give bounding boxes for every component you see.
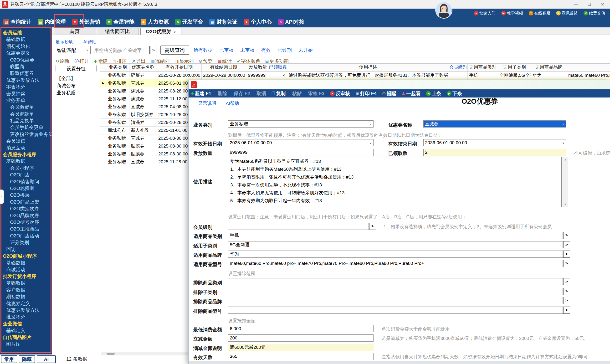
menu-api[interactable]: ✳ API对接 [278, 18, 304, 26]
dlg-btn-copy[interactable]: ❐ 复制 [272, 90, 286, 97]
scroll-up-icon[interactable]: ▲ [562, 158, 568, 161]
coupon-name-select[interactable]: 直减券∨ [423, 120, 566, 128]
tab-common[interactable]: 常用 [1, 355, 17, 363]
column-header[interactable]: 发放数量 [246, 64, 267, 71]
brand-picker-button[interactable]: > [563, 250, 570, 258]
sidebar-item[interactable]: 优惠券定义 [0, 50, 52, 56]
show-help-link[interactable]: 显示说明 [55, 39, 74, 45]
sidebar-item[interactable]: O2O类别次序 [0, 205, 52, 212]
advanced-query-button[interactable]: 高级查询 [160, 46, 189, 55]
sidebar-item[interactable]: 联盟商 [0, 63, 52, 70]
dlg-btn-print[interactable]: ▣ 打印 F4 [355, 90, 377, 97]
match-mode-select[interactable]: 智能匹配∨ [55, 46, 91, 54]
sidebar-item[interactable]: O2O销售顾问 [0, 178, 52, 185]
subcategory-picker-button[interactable]: > [563, 241, 570, 248]
column-header[interactable]: 会员级别 [449, 64, 468, 71]
claimed-input[interactable]: 2 [423, 149, 566, 156]
dlg-btn-view-together[interactable]: ♟ 一起看 [402, 90, 420, 97]
sidebar-item[interactable]: O2O楼层 [0, 192, 52, 198]
dlg-btn-delete[interactable]: 删除 [217, 90, 227, 97]
member-level-input[interactable] [228, 223, 369, 230]
menu-query-stats[interactable]: ▥ 查询统计 [3, 18, 31, 26]
start-date-input[interactable]: 2025-06-01 00:00:00∨ [228, 139, 374, 146]
subcategory-input[interactable]: 5G全网通 [228, 241, 563, 248]
dlg-btn-prev[interactable]: ◀ 上条 [426, 90, 441, 97]
menu-external-marketing[interactable]: ¥ 外部营销 [72, 18, 100, 26]
filter-all-data[interactable]: 所有数据 [194, 47, 213, 53]
tab-ai[interactable]: AI [37, 355, 56, 363]
column-header[interactable]: 适用商品类别 [468, 64, 498, 71]
sidebar-item[interactable]: 基础定义 [0, 327, 52, 334]
sidebar-item[interactable]: 业务开单 [0, 97, 52, 104]
group-mall-publish[interactable]: 商城公布 [56, 82, 98, 89]
search-go-button[interactable]: > [150, 46, 157, 54]
model-picker-button[interactable]: > [563, 260, 570, 267]
sidebar-item[interactable]: 回访 [0, 246, 52, 253]
textarea-scrollbar[interactable]: ▲▼ [562, 157, 568, 207]
tab-hidden[interactable]: 隐藏 [19, 355, 35, 363]
sidebar-item[interactable]: O2O商品上架 [0, 199, 52, 205]
dlg-btn-remind[interactable]: ◷ 提醒 [382, 90, 396, 97]
column-header[interactable]: 已领取数 [267, 64, 287, 71]
sidebar-item[interactable]: 零售积分 [0, 83, 52, 90]
sidebar-item[interactable]: 期初初始化 [0, 43, 52, 50]
column-header[interactable] [100, 64, 106, 71]
min-amount-input[interactable]: 6,000 [228, 325, 374, 332]
dlg-btn-paste[interactable]: 粘贴 [291, 90, 301, 97]
sidebar-item[interactable]: O2O门店 [0, 171, 52, 178]
full-desc-input[interactable]: 满6000元减200元 [228, 344, 374, 351]
exclude-brand-input[interactable] [228, 297, 563, 304]
sidebar-item[interactable]: O2O轮播图 [0, 185, 52, 192]
category-input[interactable]: 手机 [228, 232, 563, 239]
sidebar-item[interactable]: 礼品兑换单 [0, 117, 52, 124]
sidebar-item[interactable]: 更改粉丝隶属业务员 [0, 131, 52, 138]
set-group-button[interactable]: 设置分组 [55, 65, 97, 72]
sidebar-item[interactable]: 会员缴费单 [0, 104, 52, 110]
dlg-btn-save[interactable]: 保存 F2 [233, 90, 250, 97]
sidebar-item[interactable]: O2O主推商品 [0, 225, 52, 232]
sidebar-item[interactable]: O2O门店活动 [0, 233, 52, 239]
sidebar-item[interactable]: 会员短信 [0, 138, 52, 144]
column-header[interactable] [567, 64, 610, 71]
close-button[interactable]: ✕ [601, 2, 604, 7]
link-feedback[interactable]: ✎ 意见反馈 [556, 11, 578, 16]
column-header[interactable]: 优惠券名称 [130, 64, 157, 71]
sidebar-item[interactable]: 商城活动 [0, 266, 52, 273]
sidebar-item[interactable]: 基础数据 [0, 280, 52, 286]
exclude-subcategory-picker-button[interactable]: > [563, 288, 570, 295]
qty-input[interactable]: 9999999 [228, 149, 374, 156]
menu-smart-home[interactable]: ✱ 全屋智能 [106, 18, 134, 26]
link-tutorial-videos[interactable]: ▶ 教学视频 [501, 11, 523, 16]
column-header[interactable]: 使用描述 [287, 64, 449, 71]
reduce-input[interactable]: 200 [228, 334, 374, 342]
search-input[interactable]: 用空格分隔多个关键字 [92, 46, 150, 54]
sidebar-item[interactable]: 优惠券发放方法 [0, 77, 52, 83]
sidebar-item[interactable]: O2O品牌次序 [0, 212, 52, 219]
sidebar-item[interactable]: 会员运维 [0, 29, 52, 36]
dialog-ai-help-link[interactable]: AI帮助 [226, 100, 239, 106]
sidebar-item[interactable]: 会员手机变更单 [0, 124, 52, 131]
sidebar-item[interactable]: 会员退款单 [0, 111, 52, 117]
maximize-button[interactable]: □ [588, 2, 591, 7]
sidebar-item[interactable]: 期初数据 [0, 293, 52, 300]
end-date-input[interactable]: 2036-06-01 00:00:00∨ [423, 139, 566, 146]
sidebar-item[interactable]: 会员服务小程序 [0, 151, 52, 158]
dlg-btn-unaudit[interactable]: ✖ 反审核 [330, 90, 350, 97]
minimize-button[interactable]: — [574, 2, 578, 7]
group-biz-gift[interactable]: 业务私赠 [56, 89, 98, 96]
sidebar-item[interactable]: 会员小程序 [0, 165, 52, 171]
menu-dev-platform[interactable]: ✕ 开发平台 [175, 18, 203, 26]
dlg-btn-new[interactable]: ✚ 新建 F1 [191, 90, 211, 97]
desc-textarea[interactable]: 华为Mate60系列及以上型号专享直减券：#13 1、本券只能用于购买Mate6… [228, 156, 562, 207]
link-renew[interactable]: ¥ 续费充值 [584, 11, 605, 16]
sidebar-item[interactable]: O2O优惠券 [0, 56, 52, 63]
valid-days-input[interactable]: 365 [228, 353, 374, 360]
biz-type-select[interactable]: 业务私赠∨ [228, 120, 374, 128]
dlg-btn-audit[interactable]: 审核 F3 [307, 90, 324, 97]
category-picker-button[interactable]: > [563, 232, 570, 239]
column-header[interactable]: 有效结束日期 [202, 64, 246, 71]
exclude-model-input[interactable] [228, 307, 563, 314]
dlg-btn-cancel[interactable]: 取消 [256, 90, 266, 97]
sidebar-item[interactable]: 基础数据 [0, 158, 52, 165]
dlg-btn-next[interactable]: ▶ 下条 [447, 90, 462, 97]
